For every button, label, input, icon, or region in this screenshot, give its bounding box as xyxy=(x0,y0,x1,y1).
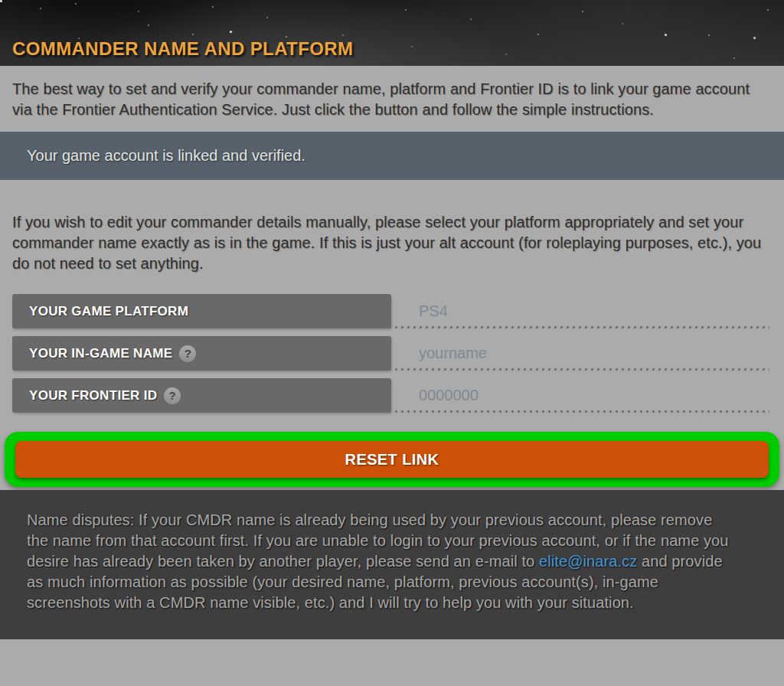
commander-form: YOUR GAME PLATFORM PS4 YOUR IN-GAME NAME… xyxy=(0,294,784,413)
frontier-id-label-text: YOUR FRONTIER ID xyxy=(29,388,157,403)
starfield-bright-stars xyxy=(0,0,2,2)
platform-label: YOUR GAME PLATFORM xyxy=(12,294,391,328)
platform-select[interactable]: PS4 xyxy=(391,294,769,328)
frontier-id-field-underline xyxy=(395,410,769,413)
ingame-name-label: YOUR IN-GAME NAME ? xyxy=(12,336,391,371)
email-link[interactable]: elite@inara.cz xyxy=(539,553,637,570)
platform-label-text: YOUR GAME PLATFORM xyxy=(29,304,188,319)
page-header: COMMANDER NAME AND PLATFORM xyxy=(0,0,784,66)
help-icon[interactable]: ? xyxy=(179,345,196,362)
intro-paragraph: The best way to set and verify your comm… xyxy=(0,66,784,120)
reset-link-button[interactable]: RESET LINK xyxy=(15,441,769,478)
ingame-name-input[interactable]: yourname xyxy=(391,336,769,371)
status-banner-text: Your game account is linked and verified… xyxy=(27,147,305,165)
settings-page: COMMANDER NAME AND PLATFORM The best way… xyxy=(0,0,784,686)
page-title: COMMANDER NAME AND PLATFORM xyxy=(12,38,353,60)
account-linked-status-banner: Your game account is linked and verified… xyxy=(0,132,784,180)
platform-field-underline xyxy=(395,326,769,328)
name-disputes-note: Name disputes: If your CMDR name is alre… xyxy=(0,490,784,639)
platform-select-value: PS4 xyxy=(419,302,448,320)
frontier-id-input[interactable]: 0000000 xyxy=(391,378,769,413)
help-icon[interactable]: ? xyxy=(164,387,181,404)
manual-edit-paragraph: If you wish to edit your commander detai… xyxy=(0,180,784,274)
form-row-platform: YOUR GAME PLATFORM PS4 xyxy=(12,294,769,328)
ingame-name-field-underline xyxy=(395,368,769,371)
highlight-annotation: RESET LINK xyxy=(5,432,779,487)
ingame-name-label-text: YOUR IN-GAME NAME xyxy=(29,346,172,361)
frontier-id-label: YOUR FRONTIER ID ? xyxy=(12,378,391,413)
form-row-ingame-name: YOUR IN-GAME NAME ? yourname xyxy=(12,336,769,371)
ingame-name-placeholder: yourname xyxy=(419,345,487,362)
frontier-id-placeholder: 0000000 xyxy=(419,387,479,404)
form-row-frontier-id: YOUR FRONTIER ID ? 0000000 xyxy=(12,378,769,413)
